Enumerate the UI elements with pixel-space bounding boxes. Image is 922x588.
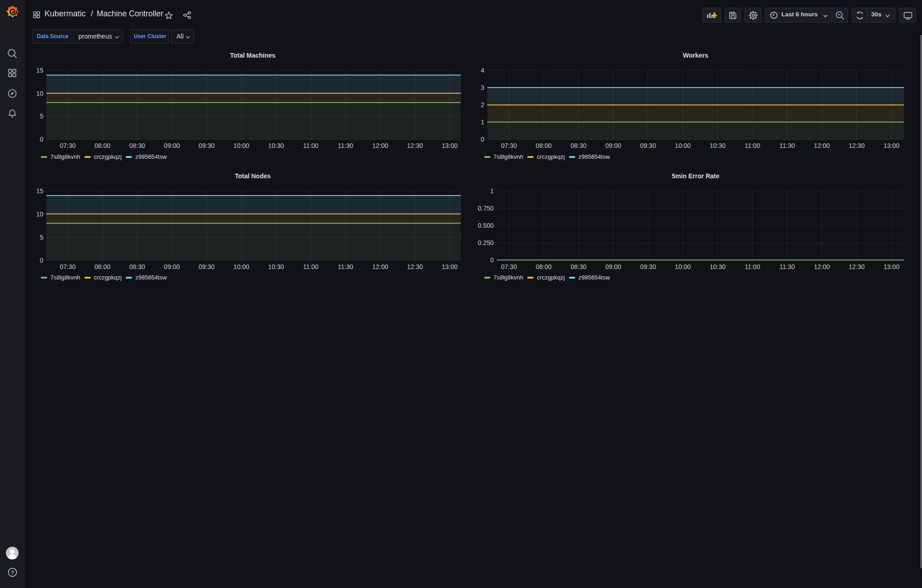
svg-text:?: ? xyxy=(11,570,14,575)
